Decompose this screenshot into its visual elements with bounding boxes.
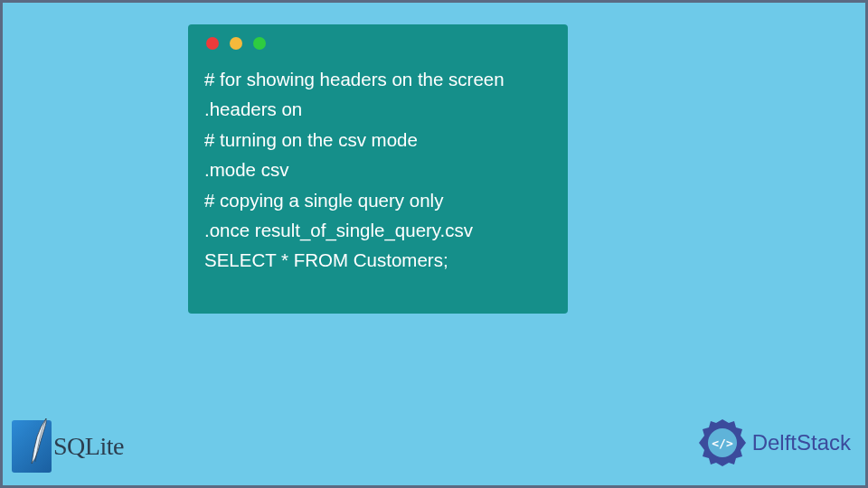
code-line: # for showing headers on the screen bbox=[204, 64, 552, 94]
code-line: .headers on bbox=[204, 94, 552, 124]
code-line: .mode csv bbox=[204, 155, 552, 184]
delftstack-logo: </> DelftStack bbox=[696, 417, 851, 469]
terminal-window: # for showing headers on the screen .hea… bbox=[188, 24, 568, 314]
feather-icon bbox=[24, 417, 52, 469]
svg-text:</>: </> bbox=[712, 436, 733, 450]
code-line: .once result_of_single_query.csv bbox=[204, 215, 552, 245]
code-line: # copying a single query only bbox=[204, 185, 552, 215]
delftstack-badge-icon: </> bbox=[696, 417, 749, 469]
code-line: # turning on the csv mode bbox=[204, 125, 552, 155]
sqlite-text: SQLite bbox=[53, 432, 124, 461]
maximize-icon bbox=[253, 37, 266, 50]
close-icon bbox=[206, 37, 219, 50]
sqlite-box-icon bbox=[12, 420, 52, 473]
code-line: SELECT * FROM Customers; bbox=[204, 245, 552, 275]
delftstack-text: DelftStack bbox=[752, 430, 851, 455]
window-controls bbox=[206, 37, 552, 50]
sqlite-logo: SQLite bbox=[12, 420, 124, 473]
minimize-icon bbox=[230, 37, 242, 50]
